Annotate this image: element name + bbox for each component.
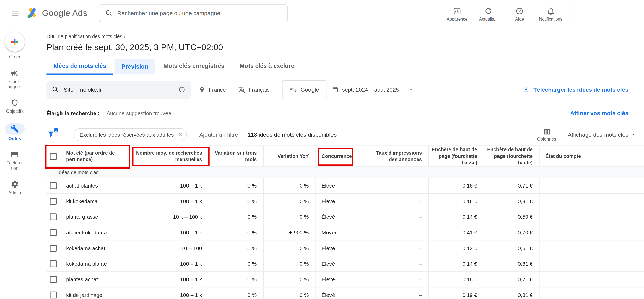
main-content: Outil de planification des mots clés› Pl… (30, 26, 644, 299)
header-keyword[interactable]: Mot clé (par ordre de pertinence) (46, 146, 129, 166)
header-avg-monthly-searches[interactable]: Nombre moy. de recherches mensuelles (129, 146, 209, 166)
row-checkbox[interactable] (50, 245, 57, 252)
download-ideas-button[interactable]: Télécharger les idées de mots clés (522, 86, 628, 93)
sidebar-item-label: Outils (8, 136, 21, 141)
header-label: Taux d'impressions des annonces (373, 150, 422, 163)
sidebar-item-admin[interactable]: Admin (8, 180, 21, 195)
sidebar-item-label: Admin (8, 190, 21, 195)
create-label: Créer (9, 54, 20, 59)
broaden-search-row: Élargir la recherche : Aucune suggestion… (30, 110, 644, 116)
create-button[interactable] (5, 32, 25, 52)
select-all-checkbox[interactable] (50, 153, 57, 160)
ad-impression-share-cell: – (373, 256, 428, 271)
table-body: achat plantes100 – 1 k0 %0 %Élevé–0,16 €… (46, 178, 644, 299)
header-three-month-change[interactable]: Variation sur trois mois (209, 146, 263, 166)
header-top-bid-low[interactable]: Enchère de haut de page (fourchette bass… (428, 146, 484, 166)
appearance-button[interactable]: Apparence (444, 5, 471, 21)
language-selector[interactable]: Français (238, 86, 270, 93)
row-checkbox[interactable] (50, 229, 57, 236)
chevron-down-icon (409, 87, 414, 92)
row-checkbox[interactable] (50, 198, 57, 205)
broaden-label: Élargir la recherche : (46, 110, 99, 116)
table-row: atelier kokedama100 – 1 k0 %+ 900 %Moyen… (46, 225, 644, 241)
header-label: Nombre moy. de recherches mensuelles (129, 150, 202, 163)
competition-cell: Élevé (315, 240, 373, 256)
competition-cell: Élevé (315, 272, 373, 287)
header-yoy-change[interactable]: Variation YoY (263, 146, 315, 166)
global-search[interactable] (99, 4, 288, 22)
tab-negative-keywords[interactable]: Mots clés à exclure (233, 58, 301, 75)
menu-icon[interactable] (7, 5, 23, 21)
header-label: Variation YoY (278, 153, 309, 160)
row-checkbox[interactable] (50, 292, 57, 299)
top-of-page-bid-high-cell: 0,71 € (484, 272, 539, 287)
three-month-change-cell: 0 % (209, 256, 263, 271)
filter-funnel-button[interactable]: 1 (46, 129, 56, 139)
row-checkbox[interactable] (50, 213, 57, 220)
top-of-page-bid-low-cell: 0,19 € (428, 287, 484, 299)
translate-icon (238, 86, 245, 93)
results-count: 118 idées de mots clés disponibles (248, 131, 337, 138)
sidebar-item-campaigns[interactable]: Cam- pagnes (7, 69, 22, 90)
header-top-bid-high[interactable]: Enchère de haut de page (fourchette haut… (484, 146, 539, 166)
top-of-page-bid-high-cell: 0,81 € (484, 287, 539, 299)
seed-site-chip[interactable]: Site : meloke.fr (46, 81, 191, 99)
header-label: Variation sur trois mois (209, 150, 257, 163)
global-search-input[interactable] (116, 9, 281, 17)
table-row: kit kokedama100 – 1 k0 %0 %Élevé–0,16 €0… (46, 194, 644, 209)
competition-cell: Élevé (315, 178, 373, 193)
breadcrumb-link[interactable]: Outil de planification des mots clés (46, 34, 122, 40)
location-selector[interactable]: France (199, 86, 226, 93)
info-icon[interactable] (179, 86, 185, 93)
top-of-page-bid-low-cell: 0,16 € (428, 272, 484, 287)
keyword-label: kit kokedama (66, 198, 97, 204)
table-row: kokedama plante100 – 1 k0 %0 %Élevé–0,14… (46, 256, 644, 272)
notifications-button[interactable]: Notifications (537, 5, 564, 21)
add-filter-button[interactable]: Ajouter un filtre (199, 131, 238, 138)
refresh-button[interactable]: Actualis... (475, 5, 502, 21)
network-search-icon (289, 86, 297, 93)
yoy-change-cell: 0 % (263, 178, 315, 193)
close-icon[interactable]: × (177, 131, 183, 138)
yoy-change-cell: 0 % (263, 256, 315, 271)
sidebar-item-tools[interactable]: Outils (5, 123, 25, 141)
row-checkbox[interactable] (50, 260, 57, 267)
account-status-cell (539, 178, 644, 193)
header-account-status[interactable]: État du compte (539, 146, 644, 166)
language-value: Français (248, 87, 270, 93)
ad-impression-share-cell: – (373, 194, 428, 209)
top-of-page-bid-high-cell: 0,31 € (484, 194, 539, 209)
header-competition[interactable]: Concurrence (315, 146, 373, 166)
avg-monthly-searches-cell: 100 – 1 k (129, 225, 209, 240)
network-selector[interactable]: Google (282, 80, 327, 99)
search-icon (105, 9, 112, 17)
google-ads-logo[interactable]: Google Ads (26, 7, 87, 20)
help-button[interactable]: ? Aide (506, 5, 533, 21)
three-month-change-cell: 0 % (209, 240, 263, 256)
ad-impression-share-cell: – (373, 209, 428, 225)
keyword-view-selector[interactable]: Affichage des mots clés (568, 131, 636, 138)
campaigns-icon (11, 69, 19, 77)
top-of-page-bid-low-cell: 0,13 € (428, 240, 484, 256)
sidebar-item-objectives[interactable]: Objectifs (6, 99, 24, 114)
columns-icon (543, 128, 551, 136)
ad-impression-share-cell: – (373, 287, 428, 299)
keyword-view-label: Affichage des mots clés (568, 131, 629, 138)
tab-saved-keywords[interactable]: Mots clés enregistrés (157, 58, 232, 75)
top-of-page-bid-low-cell: 0,41 € (428, 225, 484, 240)
avg-monthly-searches-cell: 10 – 100 (129, 240, 209, 256)
columns-button[interactable]: Colonnes (537, 128, 556, 141)
date-range-selector[interactable]: sept. 2024 – août 2025 (332, 86, 413, 93)
row-checkbox[interactable] (50, 182, 57, 189)
admin-gear-icon (11, 180, 19, 188)
top-of-page-bid-high-cell: 0,71 € (484, 178, 539, 193)
tab-forecast[interactable]: Prévision (115, 59, 155, 74)
tab-keyword-ideas[interactable]: Idées de mots clés (46, 58, 113, 75)
header-ad-impression-share[interactable]: Taux d'impressions des annonces (373, 146, 428, 166)
keyword-cell: kokedama achat (46, 240, 129, 256)
sidebar-item-billing[interactable]: Factura- tion (6, 151, 23, 171)
header-label: Concurrence (322, 153, 352, 160)
refine-keywords-link[interactable]: Affiner vos mots clés (570, 110, 628, 116)
adult-ideas-filter-chip[interactable]: Exclure les idées réservées aux adultes … (74, 128, 187, 141)
row-checkbox[interactable] (50, 276, 57, 283)
